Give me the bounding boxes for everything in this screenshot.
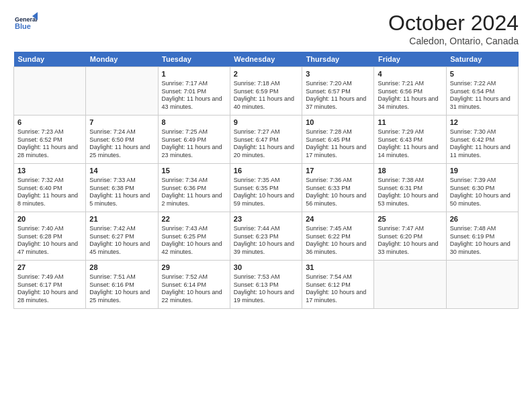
day-number: 25 [378, 214, 442, 224]
day-info: Sunrise: 7:36 AM Sunset: 6:33 PM Dayligh… [306, 177, 370, 208]
day-number: 21 [89, 214, 154, 224]
day-number: 28 [89, 263, 154, 273]
day-number: 29 [162, 263, 226, 273]
calendar-week-1: 6Sunrise: 7:23 AM Sunset: 6:52 PM Daylig… [14, 116, 519, 164]
header-thursday: Thursday [302, 52, 374, 67]
day-number: 8 [162, 118, 226, 128]
day-info: Sunrise: 7:48 AM Sunset: 6:19 PM Dayligh… [450, 225, 515, 257]
header-saturday: Saturday [446, 52, 518, 67]
calendar-cell [446, 261, 518, 309]
day-number: 15 [162, 166, 226, 176]
calendar-cell: 28Sunrise: 7:51 AM Sunset: 6:16 PM Dayli… [86, 261, 158, 309]
calendar-cell: 20Sunrise: 7:40 AM Sunset: 6:28 PM Dayli… [14, 212, 86, 261]
day-info: Sunrise: 7:39 AM Sunset: 6:30 PM Dayligh… [450, 177, 515, 208]
calendar-cell: 25Sunrise: 7:47 AM Sunset: 6:20 PM Dayli… [374, 212, 446, 261]
calendar-cell: 4Sunrise: 7:21 AM Sunset: 6:56 PM Daylig… [374, 67, 446, 116]
calendar-table: Sunday Monday Tuesday Wednesday Thursday… [13, 52, 519, 309]
calendar-week-0: 1Sunrise: 7:17 AM Sunset: 7:01 PM Daylig… [14, 67, 519, 116]
day-number: 27 [17, 263, 82, 273]
day-number: 7 [89, 118, 154, 128]
calendar-cell: 1Sunrise: 7:17 AM Sunset: 7:01 PM Daylig… [158, 67, 230, 116]
calendar-cell: 13Sunrise: 7:32 AM Sunset: 6:40 PM Dayli… [14, 164, 86, 212]
day-info: Sunrise: 7:18 AM Sunset: 6:59 PM Dayligh… [234, 80, 298, 111]
header-monday: Monday [86, 52, 158, 67]
calendar-cell: 11Sunrise: 7:29 AM Sunset: 6:43 PM Dayli… [374, 116, 446, 164]
day-info: Sunrise: 7:47 AM Sunset: 6:20 PM Dayligh… [378, 225, 442, 257]
day-number: 20 [17, 214, 82, 224]
calendar-cell: 29Sunrise: 7:52 AM Sunset: 6:14 PM Dayli… [158, 261, 230, 309]
header-tuesday: Tuesday [158, 52, 230, 67]
calendar-cell: 24Sunrise: 7:45 AM Sunset: 6:22 PM Dayli… [302, 212, 374, 261]
day-number: 1 [162, 69, 226, 79]
calendar-cell: 27Sunrise: 7:49 AM Sunset: 6:17 PM Dayli… [14, 261, 86, 309]
day-info: Sunrise: 7:51 AM Sunset: 6:16 PM Dayligh… [89, 273, 154, 305]
calendar-cell: 16Sunrise: 7:35 AM Sunset: 6:35 PM Dayli… [230, 164, 302, 212]
calendar-cell: 22Sunrise: 7:43 AM Sunset: 6:25 PM Dayli… [158, 212, 230, 261]
calendar-cell: 21Sunrise: 7:42 AM Sunset: 6:27 PM Dayli… [86, 212, 158, 261]
day-info: Sunrise: 7:34 AM Sunset: 6:36 PM Dayligh… [162, 177, 226, 208]
header-wednesday: Wednesday [230, 52, 302, 67]
day-info: Sunrise: 7:28 AM Sunset: 6:45 PM Dayligh… [306, 128, 370, 160]
day-number: 11 [378, 118, 442, 128]
calendar-cell: 18Sunrise: 7:38 AM Sunset: 6:31 PM Dayli… [374, 164, 446, 212]
day-info: Sunrise: 7:20 AM Sunset: 6:57 PM Dayligh… [306, 80, 370, 111]
day-info: Sunrise: 7:30 AM Sunset: 6:42 PM Dayligh… [450, 128, 515, 160]
calendar-cell: 30Sunrise: 7:53 AM Sunset: 6:13 PM Dayli… [230, 261, 302, 309]
day-info: Sunrise: 7:45 AM Sunset: 6:22 PM Dayligh… [306, 225, 370, 257]
calendar-cell: 23Sunrise: 7:44 AM Sunset: 6:23 PM Dayli… [230, 212, 302, 261]
calendar-cell: 17Sunrise: 7:36 AM Sunset: 6:33 PM Dayli… [302, 164, 374, 212]
day-number: 24 [306, 214, 370, 224]
calendar-cell: 9Sunrise: 7:27 AM Sunset: 6:47 PM Daylig… [230, 116, 302, 164]
day-number: 18 [378, 166, 442, 176]
day-info: Sunrise: 7:54 AM Sunset: 6:12 PM Dayligh… [306, 273, 370, 305]
day-number: 14 [89, 166, 154, 176]
day-number: 5 [450, 69, 515, 79]
day-info: Sunrise: 7:33 AM Sunset: 6:38 PM Dayligh… [89, 177, 154, 208]
day-number: 23 [234, 214, 298, 224]
day-info: Sunrise: 7:42 AM Sunset: 6:27 PM Dayligh… [89, 225, 154, 257]
calendar-cell: 14Sunrise: 7:33 AM Sunset: 6:38 PM Dayli… [86, 164, 158, 212]
calendar-header: Sunday Monday Tuesday Wednesday Thursday… [14, 52, 519, 67]
day-info: Sunrise: 7:17 AM Sunset: 7:01 PM Dayligh… [162, 80, 226, 111]
day-info: Sunrise: 7:35 AM Sunset: 6:35 PM Dayligh… [234, 177, 298, 208]
title-block: October 2024 Caledon, Ontario, Canada [388, 11, 519, 46]
day-number: 3 [306, 69, 370, 79]
day-number: 9 [234, 118, 298, 128]
day-number: 2 [234, 69, 298, 79]
day-number: 30 [234, 263, 298, 273]
day-info: Sunrise: 7:24 AM Sunset: 6:50 PM Dayligh… [89, 128, 154, 160]
day-info: Sunrise: 7:40 AM Sunset: 6:28 PM Dayligh… [17, 225, 82, 257]
day-number: 10 [306, 118, 370, 128]
calendar-cell: 2Sunrise: 7:18 AM Sunset: 6:59 PM Daylig… [230, 67, 302, 116]
day-info: Sunrise: 7:32 AM Sunset: 6:40 PM Dayligh… [17, 177, 82, 208]
day-info: Sunrise: 7:27 AM Sunset: 6:47 PM Dayligh… [234, 128, 298, 160]
day-number: 19 [450, 166, 515, 176]
calendar-week-2: 13Sunrise: 7:32 AM Sunset: 6:40 PM Dayli… [14, 164, 519, 212]
day-number: 4 [378, 69, 442, 79]
calendar-cell: 3Sunrise: 7:20 AM Sunset: 6:57 PM Daylig… [302, 67, 374, 116]
day-info: Sunrise: 7:53 AM Sunset: 6:13 PM Dayligh… [234, 273, 298, 305]
calendar-cell [86, 67, 158, 116]
day-number: 16 [234, 166, 298, 176]
day-info: Sunrise: 7:44 AM Sunset: 6:23 PM Dayligh… [234, 225, 298, 257]
header: General Blue October 2024 Caledon, Ontar… [13, 11, 519, 46]
day-info: Sunrise: 7:49 AM Sunset: 6:17 PM Dayligh… [17, 273, 82, 305]
location-subtitle: Caledon, Ontario, Canada [388, 36, 519, 46]
day-info: Sunrise: 7:38 AM Sunset: 6:31 PM Dayligh… [378, 177, 442, 208]
calendar-cell: 26Sunrise: 7:48 AM Sunset: 6:19 PM Dayli… [446, 212, 518, 261]
calendar-cell [14, 67, 86, 116]
calendar-cell: 5Sunrise: 7:22 AM Sunset: 6:54 PM Daylig… [446, 67, 518, 116]
calendar-week-4: 27Sunrise: 7:49 AM Sunset: 6:17 PM Dayli… [14, 261, 519, 309]
day-number: 22 [162, 214, 226, 224]
day-info: Sunrise: 7:23 AM Sunset: 6:52 PM Dayligh… [17, 128, 82, 160]
calendar-cell: 8Sunrise: 7:25 AM Sunset: 6:49 PM Daylig… [158, 116, 230, 164]
day-number: 12 [450, 118, 515, 128]
calendar-cell: 19Sunrise: 7:39 AM Sunset: 6:30 PM Dayli… [446, 164, 518, 212]
month-title: October 2024 [388, 11, 519, 36]
logo-icon: General Blue [13, 11, 38, 35]
calendar-cell: 10Sunrise: 7:28 AM Sunset: 6:45 PM Dayli… [302, 116, 374, 164]
day-number: 13 [17, 166, 82, 176]
header-sunday: Sunday [14, 52, 86, 67]
calendar-body: 1Sunrise: 7:17 AM Sunset: 7:01 PM Daylig… [14, 67, 519, 309]
day-number: 17 [306, 166, 370, 176]
